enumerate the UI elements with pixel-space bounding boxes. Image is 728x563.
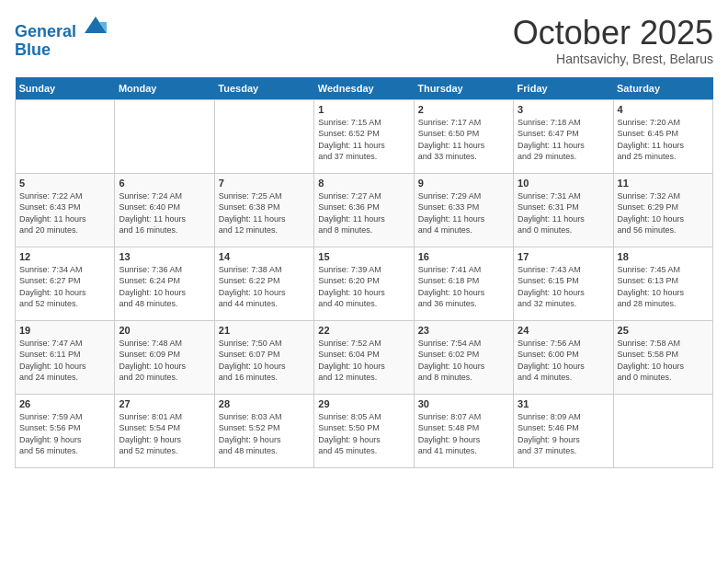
day-detail: Sunrise: 7:15 AM Sunset: 6:52 PM Dayligh… [318, 117, 409, 163]
weekday-header: Friday [514, 77, 613, 100]
day-detail: Sunrise: 7:52 AM Sunset: 6:04 PM Dayligh… [318, 338, 409, 384]
calendar-day-cell: 2Sunrise: 7:17 AM Sunset: 6:50 PM Daylig… [414, 99, 513, 173]
day-detail: Sunrise: 8:01 AM Sunset: 5:54 PM Dayligh… [119, 411, 210, 457]
day-number: 13 [119, 251, 210, 262]
calendar-day-cell: 4Sunrise: 7:20 AM Sunset: 6:45 PM Daylig… [613, 99, 712, 173]
day-detail: Sunrise: 8:03 AM Sunset: 5:52 PM Dayligh… [219, 411, 310, 457]
month-title: October 2025 [513, 15, 713, 52]
calendar-day-cell: 22Sunrise: 7:52 AM Sunset: 6:04 PM Dayli… [314, 320, 414, 394]
day-detail: Sunrise: 7:58 AM Sunset: 5:58 PM Dayligh… [618, 338, 709, 384]
weekday-header: Thursday [414, 77, 513, 100]
calendar-day-cell: 7Sunrise: 7:25 AM Sunset: 6:38 PM Daylig… [214, 173, 313, 247]
day-number: 10 [518, 178, 609, 189]
day-detail: Sunrise: 7:38 AM Sunset: 6:22 PM Dayligh… [219, 264, 310, 310]
day-detail: Sunrise: 7:17 AM Sunset: 6:50 PM Dayligh… [418, 117, 509, 163]
calendar-day-cell: 9Sunrise: 7:29 AM Sunset: 6:33 PM Daylig… [414, 173, 513, 247]
day-detail: Sunrise: 7:34 AM Sunset: 6:27 PM Dayligh… [19, 264, 110, 310]
day-number: 2 [418, 104, 509, 115]
calendar-day-cell: 18Sunrise: 7:45 AM Sunset: 6:13 PM Dayli… [613, 247, 712, 320]
day-number: 6 [119, 178, 210, 189]
calendar-day-cell: 24Sunrise: 7:56 AM Sunset: 6:00 PM Dayli… [514, 320, 613, 394]
day-number: 30 [418, 398, 509, 409]
day-detail: Sunrise: 7:31 AM Sunset: 6:31 PM Dayligh… [518, 190, 609, 236]
calendar-day-cell: 15Sunrise: 7:39 AM Sunset: 6:20 PM Dayli… [314, 247, 414, 320]
calendar-day-cell: 27Sunrise: 8:01 AM Sunset: 5:54 PM Dayli… [115, 394, 214, 467]
logo: General Blue [15, 15, 108, 60]
day-detail: Sunrise: 7:24 AM Sunset: 6:40 PM Dayligh… [119, 190, 210, 236]
day-number: 1 [318, 104, 409, 115]
day-number: 25 [618, 325, 709, 336]
day-number: 12 [19, 251, 110, 262]
day-number: 8 [318, 178, 409, 189]
day-detail: Sunrise: 7:18 AM Sunset: 6:47 PM Dayligh… [518, 117, 609, 163]
calendar-day-cell: 3Sunrise: 7:18 AM Sunset: 6:47 PM Daylig… [514, 99, 613, 173]
day-detail: Sunrise: 7:29 AM Sunset: 6:33 PM Dayligh… [418, 190, 509, 236]
day-detail: Sunrise: 7:27 AM Sunset: 6:36 PM Dayligh… [318, 190, 409, 236]
day-detail: Sunrise: 8:05 AM Sunset: 5:50 PM Dayligh… [318, 411, 409, 457]
calendar-day-cell: 30Sunrise: 8:07 AM Sunset: 5:48 PM Dayli… [414, 394, 513, 467]
day-number: 5 [19, 178, 110, 189]
calendar-day-cell [214, 99, 313, 173]
calendar-day-cell: 12Sunrise: 7:34 AM Sunset: 6:27 PM Dayli… [16, 247, 115, 320]
day-number: 29 [318, 398, 409, 409]
day-detail: Sunrise: 7:43 AM Sunset: 6:15 PM Dayligh… [518, 264, 609, 310]
calendar-day-cell: 13Sunrise: 7:36 AM Sunset: 6:24 PM Dayli… [115, 247, 214, 320]
day-number: 23 [418, 325, 509, 336]
day-number: 24 [518, 325, 609, 336]
day-number: 20 [119, 325, 210, 336]
day-number: 3 [518, 104, 609, 115]
calendar-day-cell: 6Sunrise: 7:24 AM Sunset: 6:40 PM Daylig… [115, 173, 214, 247]
calendar-day-cell [16, 99, 115, 173]
day-number: 7 [219, 178, 310, 189]
calendar-day-cell: 29Sunrise: 8:05 AM Sunset: 5:50 PM Dayli… [314, 394, 414, 467]
day-detail: Sunrise: 7:32 AM Sunset: 6:29 PM Dayligh… [618, 190, 709, 236]
day-number: 19 [19, 325, 110, 336]
calendar-week-row: 26Sunrise: 7:59 AM Sunset: 5:56 PM Dayli… [16, 394, 713, 467]
calendar-day-cell: 17Sunrise: 7:43 AM Sunset: 6:15 PM Dayli… [514, 247, 613, 320]
calendar-day-cell: 16Sunrise: 7:41 AM Sunset: 6:18 PM Dayli… [414, 247, 513, 320]
day-number: 11 [618, 178, 709, 189]
day-number: 26 [19, 398, 110, 409]
logo-blue: Blue [15, 40, 51, 59]
day-number: 27 [119, 398, 210, 409]
day-number: 17 [518, 251, 609, 262]
day-detail: Sunrise: 7:47 AM Sunset: 6:11 PM Dayligh… [19, 338, 110, 384]
calendar-table: SundayMondayTuesdayWednesdayThursdayFrid… [15, 77, 713, 468]
page-header: General Blue October 2025 Hantsavichy, B… [15, 15, 713, 66]
calendar-day-cell [613, 394, 712, 467]
calendar-day-cell: 14Sunrise: 7:38 AM Sunset: 6:22 PM Dayli… [214, 247, 313, 320]
day-detail: Sunrise: 7:48 AM Sunset: 6:09 PM Dayligh… [119, 338, 210, 384]
day-number: 16 [418, 251, 509, 262]
calendar-week-row: 1Sunrise: 7:15 AM Sunset: 6:52 PM Daylig… [16, 99, 713, 173]
day-number: 15 [318, 251, 409, 262]
calendar-day-cell: 28Sunrise: 8:03 AM Sunset: 5:52 PM Dayli… [214, 394, 313, 467]
weekday-header: Sunday [16, 77, 115, 100]
day-detail: Sunrise: 7:50 AM Sunset: 6:07 PM Dayligh… [219, 338, 310, 384]
day-detail: Sunrise: 7:54 AM Sunset: 6:02 PM Dayligh… [418, 338, 509, 384]
calendar-week-row: 12Sunrise: 7:34 AM Sunset: 6:27 PM Dayli… [16, 247, 713, 320]
calendar-day-cell: 20Sunrise: 7:48 AM Sunset: 6:09 PM Dayli… [115, 320, 214, 394]
location-subtitle: Hantsavichy, Brest, Belarus [513, 52, 713, 66]
day-detail: Sunrise: 7:36 AM Sunset: 6:24 PM Dayligh… [119, 264, 210, 310]
day-detail: Sunrise: 7:45 AM Sunset: 6:13 PM Dayligh… [618, 264, 709, 310]
logo-icon [83, 15, 108, 37]
calendar-day-cell: 10Sunrise: 7:31 AM Sunset: 6:31 PM Dayli… [514, 173, 613, 247]
day-number: 21 [219, 325, 310, 336]
weekday-header: Wednesday [314, 77, 414, 100]
day-number: 14 [219, 251, 310, 262]
calendar-day-cell: 11Sunrise: 7:32 AM Sunset: 6:29 PM Dayli… [613, 173, 712, 247]
title-area: October 2025 Hantsavichy, Brest, Belarus [513, 15, 713, 66]
day-detail: Sunrise: 7:39 AM Sunset: 6:20 PM Dayligh… [318, 264, 409, 310]
calendar-day-cell: 31Sunrise: 8:09 AM Sunset: 5:46 PM Dayli… [514, 394, 613, 467]
day-number: 31 [518, 398, 609, 409]
calendar-day-cell [115, 99, 214, 173]
calendar-day-cell: 23Sunrise: 7:54 AM Sunset: 6:02 PM Dayli… [414, 320, 513, 394]
calendar-week-row: 19Sunrise: 7:47 AM Sunset: 6:11 PM Dayli… [16, 320, 713, 394]
calendar-day-cell: 1Sunrise: 7:15 AM Sunset: 6:52 PM Daylig… [314, 99, 414, 173]
day-number: 18 [618, 251, 709, 262]
day-detail: Sunrise: 8:09 AM Sunset: 5:46 PM Dayligh… [518, 411, 609, 457]
logo-general: General [15, 22, 76, 40]
day-detail: Sunrise: 7:25 AM Sunset: 6:38 PM Dayligh… [219, 190, 310, 236]
calendar-week-row: 5Sunrise: 7:22 AM Sunset: 6:43 PM Daylig… [16, 173, 713, 247]
day-number: 22 [318, 325, 409, 336]
